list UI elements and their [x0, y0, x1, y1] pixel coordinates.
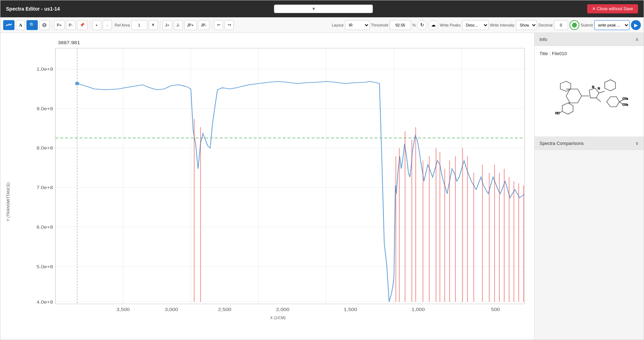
text-tool-button[interactable]: A — [16, 20, 25, 30]
redo-button[interactable]: ↪ — [225, 20, 234, 30]
spectra-comparisons-section: Spectra Comparisons ∨ — [535, 137, 644, 150]
line-icon — [6, 23, 12, 28]
title-bar-center: File010.peak.jdx ▼ — [60, 5, 587, 13]
svg-text:CH₃: CH₃ — [622, 102, 628, 106]
threshold-label: Threshold — [371, 23, 388, 27]
file-dropdown[interactable]: File010.peak.jdx ▼ — [274, 5, 373, 13]
jp-plus-button[interactable]: JP+ — [184, 20, 197, 30]
svg-text:HC: HC — [555, 111, 560, 115]
svg-text:2,000: 2,000 — [276, 307, 290, 312]
ref-area-input[interactable] — [131, 20, 147, 30]
refresh-icon: ↻ — [420, 22, 424, 28]
svg-text:5.0e+8: 5.0e+8 — [37, 264, 53, 269]
svg-marker-78 — [560, 81, 571, 91]
write-intensity-select[interactable]: ShowHide — [516, 20, 537, 30]
svg-text:3887.981: 3887.981 — [58, 40, 80, 45]
svg-text:6.0e+8: 6.0e+8 — [37, 224, 53, 230]
svg-text:2,500: 2,500 — [218, 307, 231, 312]
undo-icon: ↩ — [217, 23, 220, 27]
decimal-label: Decimal — [538, 23, 553, 27]
svg-rect-0 — [22, 36, 534, 318]
svg-text:CH₃: CH₃ — [622, 97, 628, 100]
svg-line-67 — [599, 91, 604, 93]
svg-line-66 — [596, 98, 601, 101]
svg-text:1,000: 1,000 — [411, 307, 425, 312]
threshold-input[interactable] — [390, 20, 411, 30]
title-label: Title : — [539, 51, 550, 56]
percent-label: % — [412, 23, 416, 27]
svg-text:3,000: 3,000 — [165, 307, 178, 312]
write-peaks-label: Write Peaks — [440, 23, 460, 27]
play-icon: ▶ — [634, 22, 638, 28]
comparisons-chevron-down-icon: ∨ — [635, 140, 639, 146]
submit-select[interactable]: write peak ... — [594, 20, 630, 30]
svg-text:500: 500 — [491, 307, 500, 312]
pin-button[interactable]: 📌 — [77, 20, 88, 30]
title-value: File010 — [552, 51, 567, 56]
divider-3 — [160, 21, 160, 29]
ref-area-label: Ref Area — [115, 23, 130, 27]
svg-text:7.0e+8: 7.0e+8 — [37, 185, 53, 190]
j-minus-button[interactable]: J- — [174, 20, 183, 30]
svg-text:3,500: 3,500 — [117, 307, 130, 312]
delete-ref-button[interactable]: ✕ — [149, 20, 158, 30]
spectra-comparisons-header[interactable]: Spectra Comparisons ∨ — [535, 137, 644, 150]
write-peaks-select[interactable]: Desc...Asc...None — [462, 20, 489, 30]
spectra-comparisons-title: Spectra Comparisons — [539, 141, 584, 146]
svg-text:N: N — [598, 86, 600, 90]
cloud-button[interactable]: ☁ — [428, 20, 438, 30]
svg-marker-69 — [607, 96, 619, 106]
y-axis-label: Y (TRANSMITTANCE) — [6, 182, 10, 221]
zoom-in-icon: 🔍 — [29, 22, 35, 28]
svg-marker-74 — [562, 103, 573, 114]
decimal-input[interactable] — [554, 20, 568, 30]
layout-label: Layout — [332, 23, 344, 27]
svg-marker-61 — [566, 89, 582, 102]
divider-4 — [211, 21, 212, 29]
file-dropdown-value: File010.peak.jdx — [278, 6, 309, 11]
info-section-header[interactable]: Info ∧ — [535, 33, 644, 46]
close-without-save-button[interactable]: ✕ Close without Save — [587, 4, 638, 13]
molecule-structure: N N CH₃ — [539, 60, 639, 131]
info-chevron-up-icon: ∧ — [635, 36, 639, 42]
title-bar: Spectra Editor - us1-14 File010.peak.jdx… — [0, 0, 644, 17]
line-tool-button[interactable] — [3, 20, 14, 30]
cloud-icon: ☁ — [431, 22, 436, 28]
svg-text:1.0e+9: 1.0e+9 — [37, 66, 53, 72]
peak-add-button[interactable]: P+ — [54, 20, 65, 30]
pin-icon: 📌 — [80, 23, 85, 27]
chart-area: Y (TRANSMITTANCE) — [0, 33, 534, 340]
refresh-button[interactable]: ↻ — [417, 20, 427, 30]
right-panel: Info ∧ Title : File010 — [534, 33, 644, 340]
divider-2 — [90, 21, 90, 29]
app-title: Spectra Editor - us1-14 — [6, 6, 60, 12]
svg-text:1,500: 1,500 — [344, 307, 357, 312]
zoom-in-button[interactable]: 🔍 — [26, 20, 38, 30]
redo-icon: ↪ — [228, 23, 231, 27]
zoom-out-icon: ⊖ — [42, 22, 47, 28]
jp-minus-button[interactable]: JP- — [198, 20, 210, 30]
text-icon: A — [19, 22, 22, 28]
info-section-body: Title : File010 — [535, 46, 644, 136]
layout-select[interactable]: IRNMRMS — [345, 20, 370, 30]
main-content: Y (TRANSMITTANCE) — [0, 33, 644, 340]
spectrum-chart[interactable]: 1.0e+9 9.0e+8 8.0e+8 7.0e+8 6.0e+8 5.0e+… — [22, 36, 534, 318]
plus-button[interactable]: + — [92, 20, 101, 30]
submit-green-button[interactable] — [570, 20, 579, 30]
submit-label: Submit — [581, 23, 593, 27]
info-section: Info ∧ Title : File010 — [535, 33, 644, 136]
info-title-row: Title : File010 — [539, 51, 639, 56]
submit-blue-button[interactable]: ▶ — [631, 20, 641, 30]
divider-1 — [52, 21, 52, 29]
svg-text:9.0e+8: 9.0e+8 — [37, 106, 53, 111]
info-section-title: Info — [539, 37, 547, 42]
peak-remove-button[interactable]: P- — [66, 20, 76, 30]
j-plus-button[interactable]: J+ — [162, 20, 172, 30]
write-intensity-label: Write Intensity — [490, 23, 515, 27]
undo-button[interactable]: ↩ — [214, 20, 223, 30]
green-circle-icon — [572, 23, 577, 28]
svg-text:8.0e+8: 8.0e+8 — [37, 145, 53, 151]
svg-text:4.0e+8: 4.0e+8 — [37, 299, 53, 305]
minus-button[interactable]: - — [103, 20, 112, 30]
zoom-out-button[interactable]: ⊖ — [39, 20, 49, 30]
